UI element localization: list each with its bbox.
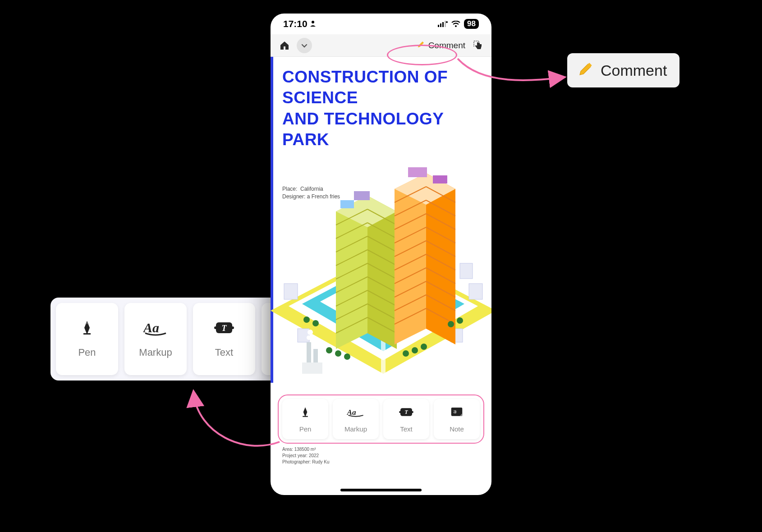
pen-icon [299, 406, 311, 420]
svg-point-5 [214, 326, 217, 329]
svg-rect-86 [313, 349, 318, 365]
tool-label: Markup [344, 425, 367, 433]
svg-point-6 [231, 326, 234, 329]
svg-rect-26 [460, 263, 473, 279]
svg-point-82 [457, 317, 463, 324]
battery-badge: 98 [464, 19, 479, 29]
svg-rect-24 [298, 329, 309, 342]
svg-rect-90 [303, 416, 308, 417]
note-icon: ;)) [450, 406, 463, 420]
footer-photographer-value: Rudy Ku [312, 459, 329, 464]
svg-point-76 [335, 350, 341, 357]
tool-label: Pen [78, 347, 96, 358]
annotation-toolbar-row: Pen Aa Markup T Text ;)) Note [278, 394, 484, 444]
tool-label: Pen [299, 425, 312, 433]
comment-highlight-oval [387, 45, 457, 65]
user-icon [309, 18, 317, 29]
svg-rect-23 [469, 284, 482, 299]
svg-rect-11 [440, 23, 441, 27]
footer-photographer-label: Photographer: [282, 459, 311, 464]
tool-pen[interactable]: Pen [282, 399, 328, 439]
svg-point-80 [421, 344, 427, 350]
svg-rect-31 [340, 200, 354, 208]
svg-rect-85 [307, 342, 311, 365]
chevron-down-button[interactable] [297, 38, 312, 53]
doc-footer: Area: 138500 m² Project year: 2022 Photo… [271, 444, 491, 465]
svg-rect-87 [302, 362, 322, 374]
svg-text:Aa: Aa [347, 408, 356, 417]
markup-icon: Aa [143, 320, 168, 338]
svg-point-81 [448, 321, 454, 327]
doc-illustration [271, 148, 491, 383]
status-time: 17:10 [283, 18, 308, 29]
doc-title-line1: CONSTRUCTION OF SCIENCE [282, 68, 448, 107]
svg-point-79 [412, 347, 418, 353]
doc-title: CONSTRUCTION OF SCIENCE AND TECHNOLOGY P… [271, 57, 491, 150]
svg-point-88 [307, 335, 311, 340]
tool-label: Text [400, 425, 413, 433]
svg-point-95 [412, 411, 413, 413]
footer-year-label: Project year: [282, 453, 308, 458]
nav-bar: Comment [271, 34, 491, 57]
touch-mode-button[interactable] [472, 39, 485, 52]
pencil-icon [576, 60, 594, 80]
doc-title-line2: AND TECHNOLOGY PARK [282, 110, 444, 149]
svg-point-15 [455, 25, 457, 27]
markup-icon: Aa [347, 406, 365, 420]
svg-point-75 [326, 347, 332, 353]
document-viewport[interactable]: CONSTRUCTION OF SCIENCE AND TECHNOLOGY P… [271, 57, 491, 383]
home-indicator [340, 489, 422, 491]
phone-frame: 17:10 98 [271, 14, 491, 495]
tool-label: Text [215, 347, 233, 358]
svg-point-94 [399, 411, 401, 413]
tool-label: Note [450, 425, 464, 433]
svg-text:;)): ;)) [453, 409, 457, 413]
svg-rect-10 [438, 25, 439, 27]
footer-area-value: 138500 m² [294, 447, 316, 452]
svg-rect-13 [445, 21, 446, 27]
svg-point-89 [308, 330, 313, 335]
tool-text[interactable]: T Text [383, 399, 429, 439]
wifi-icon [451, 21, 460, 27]
svg-rect-12 [442, 22, 444, 27]
svg-point-77 [344, 353, 350, 360]
svg-point-84 [312, 320, 319, 326]
svg-rect-53 [408, 167, 427, 177]
cellular-icon [438, 21, 448, 27]
text-icon: T [399, 406, 413, 420]
tool-label: Markup [139, 347, 172, 358]
tool-note[interactable]: ;)) Note [434, 399, 480, 439]
footer-year-value: 2022 [309, 453, 319, 458]
text-icon: T [214, 320, 234, 338]
svg-rect-22 [284, 284, 298, 299]
svg-text:T: T [222, 324, 227, 333]
svg-point-83 [303, 316, 310, 323]
svg-point-14 [446, 21, 448, 23]
svg-point-78 [403, 350, 409, 357]
comment-callout-label: Comment [601, 62, 667, 79]
home-button[interactable] [277, 38, 292, 53]
tool-markup[interactable]: Aa Markup [333, 399, 379, 439]
annotation-toolbar: Pen Aa Markup T Text ;)) Note [271, 383, 491, 444]
svg-point-9 [312, 21, 314, 23]
tool-card-text[interactable]: T Text [193, 303, 255, 375]
tool-card-markup[interactable]: Aa Markup [124, 303, 187, 375]
comment-callout: Comment [567, 53, 679, 87]
svg-rect-54 [433, 175, 447, 183]
svg-rect-1 [83, 333, 91, 335]
svg-text:T: T [404, 409, 408, 415]
status-bar: 17:10 98 [271, 14, 491, 34]
tool-card-pen[interactable]: Pen [56, 303, 118, 375]
footer-area-label: Area: [282, 447, 293, 452]
pen-icon [79, 320, 95, 338]
svg-rect-30 [354, 191, 370, 200]
